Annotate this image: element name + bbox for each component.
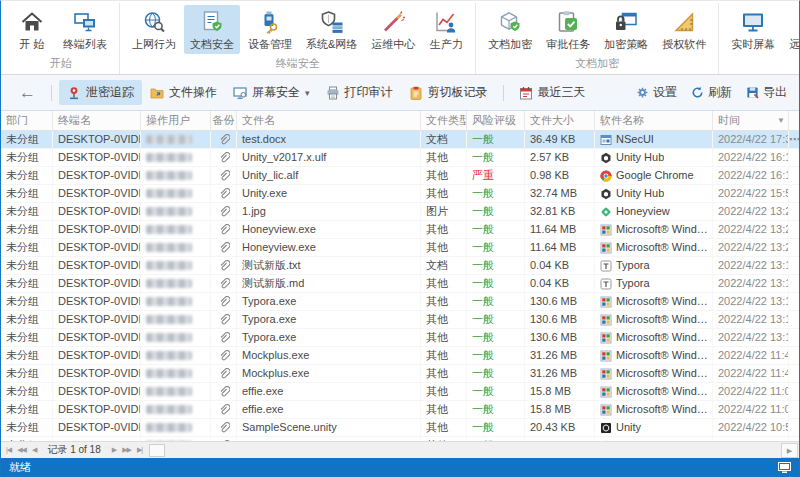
column-header-2[interactable]: 操作用户 bbox=[141, 111, 211, 130]
column-header-5[interactable]: 文件类型 bbox=[421, 111, 467, 130]
column-header-8[interactable]: 软件名称 bbox=[595, 111, 713, 130]
row-overflow-menu bbox=[789, 311, 799, 328]
table-row[interactable]: 未分组 DESKTOP-0VIDMDJ effie.exe 其他 一般 15.8… bbox=[1, 383, 799, 401]
statusbar-monitor-icon[interactable] bbox=[778, 462, 791, 473]
cell-risk: 一般 bbox=[467, 365, 525, 382]
table-row[interactable]: 未分组 DESKTOP-0VIDMDJ effie.exe 其他 一般 15.8… bbox=[1, 401, 799, 419]
ribbon-item-web-behavior[interactable]: 上网行为 bbox=[126, 5, 182, 54]
table-row[interactable]: 未分组 DESKTOP-0VIDMDJ 1.jpg 图片 一般 32.81 KB… bbox=[1, 203, 799, 221]
table-row[interactable]: 未分组 DESKTOP-0VIDMDJ Unity.exe 其他 一般 32.7… bbox=[1, 185, 799, 203]
toolbar-button-clipboard-record[interactable]: 剪切板记录 bbox=[401, 80, 496, 105]
redacted-text bbox=[146, 351, 192, 360]
column-header-1[interactable]: 终端名 bbox=[53, 111, 141, 130]
table-row[interactable]: 未分组 DESKTOP-0VIDMDJ Mockplus.exe 其他 一般 3… bbox=[1, 365, 799, 383]
cell-user-redacted bbox=[141, 329, 211, 346]
pagination-edit-box[interactable] bbox=[149, 444, 165, 457]
ribbon-item-terminal-list[interactable]: 终端列表 bbox=[57, 5, 113, 54]
cell-software: Microsoft® Windows® Oper... bbox=[595, 239, 713, 256]
pagination-next-icon[interactable]: ▶| bbox=[134, 446, 145, 454]
cell-filesize: 32.81 KB bbox=[525, 203, 595, 220]
back-button[interactable]: ← bbox=[11, 83, 44, 103]
toolbar-button-file-ops[interactable]: 文件操作 bbox=[142, 80, 225, 105]
cell-user-redacted bbox=[141, 347, 211, 364]
ribbon-item-device-mgmt[interactable]: 设备管理 bbox=[242, 5, 298, 54]
ribbon-item-realtime-screen[interactable]: 实时屏幕 bbox=[725, 5, 781, 54]
pagination-next-icon[interactable]: ▶ bbox=[109, 446, 119, 454]
cell-backup bbox=[211, 149, 237, 166]
cell-terminal: DESKTOP-0VIDMDJ bbox=[53, 257, 141, 274]
ribbon-item-ops-center[interactable]: 运维中心 bbox=[365, 5, 421, 54]
ribbon-item-label: 加密策略 bbox=[604, 37, 648, 52]
cell-filetype: 其他 bbox=[421, 275, 467, 292]
toolbar-button-recent-3days[interactable]: 最近三天 bbox=[511, 80, 594, 105]
ribbon-item-approval-tasks[interactable]: 审批任务 bbox=[540, 5, 596, 54]
paperclip-icon bbox=[218, 314, 230, 326]
ribbon-item-remote-assist[interactable]: 远程协助 bbox=[783, 5, 800, 54]
chart-icon bbox=[434, 9, 458, 35]
column-header-3[interactable]: 备份 bbox=[211, 111, 237, 130]
ribbon-item-label: 生产力 bbox=[430, 37, 463, 52]
pagination-next-icon[interactable]: ▶▶ bbox=[119, 446, 134, 454]
table-row[interactable]: 未分组 DESKTOP-0VIDMDJ Unity_lic.alf 其他 严重 … bbox=[1, 167, 799, 185]
column-header-6[interactable]: 风险评级 bbox=[467, 111, 525, 130]
paperclip-icon bbox=[218, 206, 230, 218]
ribbon-item-doc-security[interactable]: 文档安全 bbox=[184, 5, 240, 54]
row-overflow-menu bbox=[789, 149, 799, 166]
ribbon-group-label: 开始 bbox=[9, 55, 113, 74]
cell-software: Unity Hub bbox=[595, 185, 713, 202]
row-overflow-menu bbox=[789, 221, 799, 238]
column-header-9[interactable]: 时间▼ bbox=[713, 111, 789, 130]
ribbon-item-label: 上网行为 bbox=[132, 37, 176, 52]
toolbar-button-export[interactable]: 导出 bbox=[744, 81, 789, 104]
table-row[interactable]: 未分组 DESKTOP-0VIDMDJ Typora.exe 其他 一般 130… bbox=[1, 293, 799, 311]
ribbon-item-label: 终端列表 bbox=[63, 37, 107, 52]
table-row[interactable]: 未分组 DESKTOP-0VIDMDJ Typora.exe 其他 一般 130… bbox=[1, 311, 799, 329]
box-shield-icon bbox=[498, 9, 522, 35]
ribbon-item-encrypt-policy[interactable]: 加密策略 bbox=[598, 5, 654, 54]
cell-terminal: DESKTOP-0VIDMDJ bbox=[53, 347, 141, 364]
cell-user-redacted bbox=[141, 311, 211, 328]
table-row[interactable]: 未分组 DESKTOP-0VIDMDJ Honeyview.exe 其他 一般 … bbox=[1, 239, 799, 257]
table-row[interactable]: 未分组 DESKTOP-0VIDMDJ SampleScene.unity 其他… bbox=[1, 419, 799, 437]
cell-filename: Unity_v2017.x.ulf bbox=[237, 149, 421, 166]
ribbon-item-authorized-software[interactable]: 授权软件 bbox=[656, 5, 712, 54]
table-row[interactable]: 未分组 DESKTOP-0VIDMDJ test.docx 文档 一般 36.4… bbox=[1, 131, 799, 149]
toolbar-button-settings[interactable]: 设置 bbox=[634, 81, 679, 104]
pagination-prev-icon[interactable]: |◀ bbox=[3, 446, 14, 454]
redacted-text bbox=[146, 387, 192, 396]
ribbon-item-home[interactable]: 开 始 bbox=[9, 5, 55, 54]
table-row[interactable]: 未分组 DESKTOP-0VIDMDJ 测试新版.md 其他 一般 0.04 K… bbox=[1, 275, 799, 293]
cell-filename: 测试新版.md bbox=[237, 275, 421, 292]
refresh-icon bbox=[691, 86, 704, 99]
toolbar-buttons: 泄密追踪文件操作屏幕安全▾打印审计剪切板记录最近三天 bbox=[59, 80, 594, 105]
table-row[interactable]: 未分组 DESKTOP-0VIDMDJ Mockplus.exe 其他 一般 3… bbox=[1, 347, 799, 365]
row-overflow-menu[interactable]: ⋯ bbox=[789, 131, 799, 148]
pagination-prev-icon[interactable]: ◀ bbox=[29, 446, 39, 454]
column-header-0[interactable]: 部门 bbox=[1, 111, 53, 130]
windows-icon bbox=[600, 332, 612, 344]
toolbar-button-label: 屏幕安全 bbox=[252, 84, 300, 101]
pagination-prev-icon[interactable]: ◀◀ bbox=[14, 446, 29, 454]
toolbar-button-refresh[interactable]: 刷新 bbox=[689, 81, 734, 104]
ribbon-item-doc-encrypt[interactable]: 文档加密 bbox=[482, 5, 538, 54]
cell-user-redacted bbox=[141, 203, 211, 220]
column-header-7[interactable]: 文件大小 bbox=[525, 111, 595, 130]
cell-time: 2022/4/22 13:14:44 bbox=[713, 293, 789, 310]
hscroll-right-arrow[interactable]: ▶ bbox=[781, 443, 798, 458]
table-row[interactable]: 未分组 DESKTOP-0VIDMDJ Honeyview.exe 其他 一般 … bbox=[1, 221, 799, 239]
cell-filetype: 其他 bbox=[421, 239, 467, 256]
ribbon-item-system-network[interactable]: 系统&网络 bbox=[300, 5, 363, 54]
column-header-4[interactable]: 文件名 bbox=[237, 111, 421, 130]
cell-user-redacted bbox=[141, 185, 211, 202]
cell-backup bbox=[211, 167, 237, 184]
cell-backup bbox=[211, 311, 237, 328]
table-row[interactable]: 未分组 DESKTOP-0VIDMDJ Unity_v2017.x.ulf 其他… bbox=[1, 149, 799, 167]
ribbon-item-productivity[interactable]: 生产力 bbox=[423, 5, 469, 54]
toolbar-button-screen-security[interactable]: 屏幕安全▾ bbox=[225, 80, 318, 105]
toolbar-button-print-audit[interactable]: 打印审计 bbox=[318, 80, 401, 105]
table-row[interactable]: 未分组 DESKTOP-0VIDMDJ 测试新版.txt 文档 一般 0.04 … bbox=[1, 257, 799, 275]
toolbar-button-leak-trace[interactable]: 泄密追踪 bbox=[59, 80, 142, 105]
table-row[interactable]: 未分组 DESKTOP-0VIDMDJ Typora.exe 其他 一般 130… bbox=[1, 329, 799, 347]
ribbon-item-label: 设备管理 bbox=[248, 37, 292, 52]
cell-terminal: DESKTOP-0VIDMDJ bbox=[53, 329, 141, 346]
